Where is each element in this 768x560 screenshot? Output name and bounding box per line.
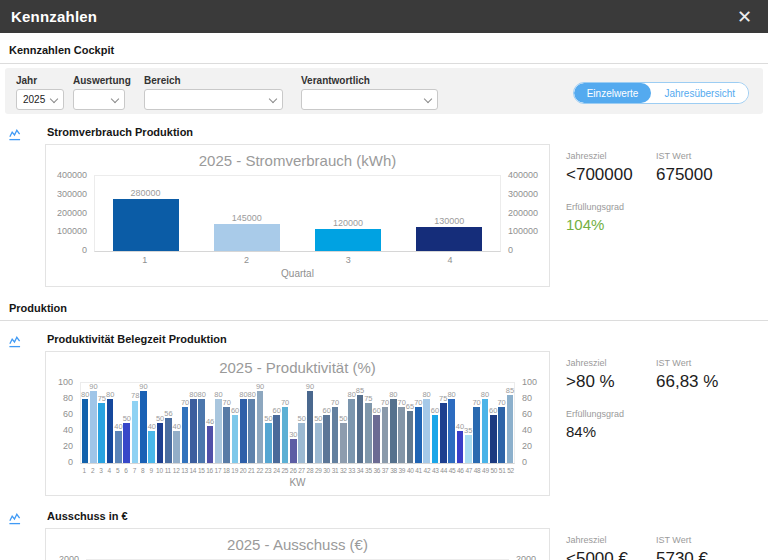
bereich-select[interactable]: [144, 89, 283, 110]
bar-31[interactable]: [332, 407, 339, 463]
x-tick-label: 32: [339, 464, 347, 474]
bar-46[interactable]: [457, 431, 464, 463]
x-tick-label: 2: [196, 252, 298, 265]
x-tick-label: 25: [281, 464, 289, 474]
bar-42[interactable]: [423, 399, 430, 463]
bar-7[interactable]: [132, 401, 139, 463]
bar-44[interactable]: [440, 403, 447, 463]
bar-24[interactable]: [273, 415, 280, 463]
bar-2[interactable]: [214, 224, 280, 251]
bar-value-label: 50: [339, 415, 347, 423]
bar-51[interactable]: [498, 407, 505, 463]
bar-27[interactable]: [298, 423, 305, 463]
bar-23[interactable]: [265, 423, 272, 463]
bar-slot: 60: [231, 383, 239, 463]
bar-18[interactable]: [223, 407, 230, 463]
bar-32[interactable]: [340, 423, 347, 463]
bar-14[interactable]: [190, 399, 197, 463]
kpi-stats: Jahresziel <700000 IST Wert 675000 Erfül…: [550, 126, 768, 287]
x-tick-label: 45: [448, 464, 456, 474]
ist-wert-value: 675000: [656, 165, 768, 185]
bar-2[interactable]: [90, 391, 97, 463]
verantwortlich-select[interactable]: [301, 89, 438, 110]
bar-3[interactable]: [315, 229, 381, 252]
bar-11[interactable]: [165, 418, 172, 463]
bar-25[interactable]: [282, 407, 289, 463]
bar-9[interactable]: [148, 431, 155, 463]
chart-title: 2025 - Stromverbrauch (kWh): [46, 145, 549, 175]
bar-value-label: 46: [206, 418, 214, 426]
bar-value-label: 50: [298, 415, 306, 423]
x-tick-label: 35: [364, 464, 372, 474]
bar-52[interactable]: [507, 395, 514, 463]
bar-47[interactable]: [465, 435, 472, 463]
bar-slot: 70: [472, 383, 480, 463]
y-tick-label: 80: [522, 393, 532, 403]
x-tick-label: 21: [247, 464, 255, 474]
bar-value-label: 30: [289, 431, 297, 439]
bar-33[interactable]: [348, 399, 355, 463]
bar-37[interactable]: [382, 407, 389, 463]
bar-13[interactable]: [182, 407, 189, 463]
x-axis-ticks: 1234: [94, 252, 501, 265]
bar-17[interactable]: [215, 399, 222, 463]
bar-5[interactable]: [115, 431, 122, 463]
bar-slot: 80: [248, 383, 256, 463]
x-tick-label: 17: [214, 464, 222, 474]
toggle-jahresuebersicht[interactable]: Jahresübersicht: [651, 83, 748, 103]
bar-40[interactable]: [407, 411, 414, 463]
bar-4[interactable]: [416, 227, 482, 251]
bar-value-label: 90: [306, 383, 314, 391]
bar-50[interactable]: [490, 415, 497, 463]
toggle-einzelwerte[interactable]: Einzelwerte: [574, 83, 652, 103]
x-tick-label: 49: [481, 464, 489, 474]
bar-15[interactable]: [198, 399, 205, 463]
bar-slot: 46: [206, 383, 214, 463]
chevron-down-icon: [269, 94, 277, 102]
bar-45[interactable]: [448, 399, 455, 463]
bar-48[interactable]: [473, 407, 480, 463]
bar-22[interactable]: [257, 391, 264, 463]
bar-1[interactable]: [82, 399, 89, 463]
bar-1[interactable]: [113, 199, 179, 252]
bar-3[interactable]: [98, 403, 105, 463]
bar-38[interactable]: [390, 399, 397, 463]
kpi-stats: Jahresziel >80 % IST Wert 66,83 % Erfüll…: [550, 333, 768, 496]
bar-19[interactable]: [232, 415, 239, 463]
close-icon[interactable]: ✕: [737, 8, 752, 26]
bar-26[interactable]: [290, 439, 297, 463]
bar-slot: 50: [264, 383, 272, 463]
bar-41[interactable]: [415, 407, 422, 463]
bar-21[interactable]: [248, 399, 255, 463]
x-tick-label: 16: [205, 464, 213, 474]
bar-29[interactable]: [315, 423, 322, 463]
bar-value-label: 120000: [333, 219, 363, 228]
bar-slot: 80: [422, 383, 430, 463]
bar-43[interactable]: [432, 415, 439, 463]
bar-6[interactable]: [123, 423, 130, 463]
bar-value-label: 80: [481, 391, 489, 399]
bar-39[interactable]: [398, 407, 405, 463]
dialog-titlebar: Kennzahlen ✕: [0, 0, 768, 33]
bar-28[interactable]: [307, 391, 314, 463]
bar-4[interactable]: [107, 399, 114, 463]
bar-8[interactable]: [140, 391, 147, 463]
x-tick-label: 4: [105, 464, 113, 474]
jahr-select[interactable]: 2025: [16, 89, 64, 110]
bar-slot: 30: [289, 383, 297, 463]
bar-20[interactable]: [240, 399, 247, 463]
bar-49[interactable]: [482, 399, 489, 463]
bar-12[interactable]: [173, 431, 180, 463]
y-tick-label: 60: [63, 409, 73, 419]
y-tick-label: 80: [63, 393, 73, 403]
bar-30[interactable]: [323, 415, 330, 463]
bar-35[interactable]: [365, 403, 372, 463]
bar-34[interactable]: [357, 395, 364, 463]
bar-16[interactable]: [207, 426, 214, 463]
bar-10[interactable]: [157, 423, 164, 463]
auswertung-select[interactable]: [73, 89, 125, 110]
bar-value-label: 60: [372, 407, 380, 415]
x-tick-label: 7: [130, 464, 138, 474]
bar-value-label: 50: [123, 415, 131, 423]
bar-36[interactable]: [373, 415, 380, 463]
